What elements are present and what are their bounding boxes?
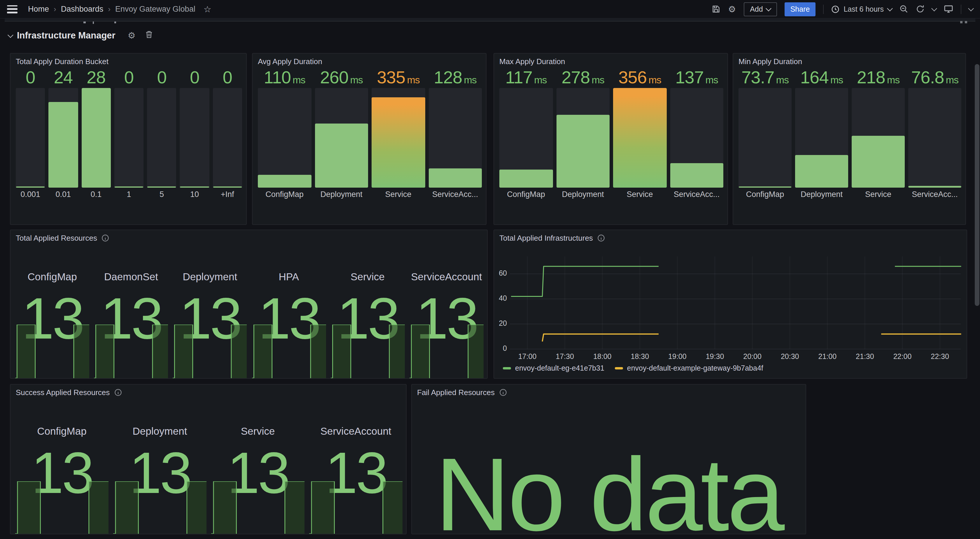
gauge-value: 110ms <box>258 68 311 87</box>
stat-label: Deployment <box>113 425 207 438</box>
gauge-fill <box>49 102 78 188</box>
legend-item[interactable]: envoy-default-eg-e41e7b31 <box>503 364 605 373</box>
save-dashboard-icon[interactable] <box>712 5 721 13</box>
gauge-fill <box>908 186 961 188</box>
gauge-track <box>213 88 242 188</box>
legend-item[interactable]: envoy-default-example-gateway-9b7aba4f <box>615 364 763 373</box>
stat-sparkline <box>173 325 247 378</box>
panel-min: Min Apply Duration73.7msConfigMap164msDe… <box>733 53 966 225</box>
gauge-fill <box>258 174 311 188</box>
refresh-icon[interactable] <box>916 5 924 13</box>
page-scrollbar[interactable] <box>975 64 979 306</box>
panel-drag-handle-icon[interactable] <box>960 21 967 23</box>
divider <box>961 4 961 14</box>
gauge-label: 0.1 <box>81 190 111 199</box>
gauge-track <box>795 88 848 188</box>
stat-label: ConfigMap <box>15 271 89 283</box>
gauge-label: Service <box>613 190 667 199</box>
gauge-bar-ConfigMap: 117msConfigMap <box>500 54 553 224</box>
breadcrumb-item-envoy-gateway-global[interactable]: Envoy Gateway Global <box>115 5 196 13</box>
add-button[interactable]: Add <box>743 2 777 16</box>
stat-label: ServiceAccount <box>409 271 484 283</box>
x-axis-tick: 22:30 <box>926 352 955 361</box>
y-axis-tick: 20 <box>489 319 507 328</box>
gauge-value: 0 <box>115 68 144 87</box>
gauge-fill <box>738 186 792 188</box>
gauge-fill <box>213 186 242 188</box>
breadcrumb-item-home[interactable]: Home <box>28 5 49 13</box>
gauge-track <box>500 88 553 188</box>
gauge-value: 164ms <box>795 68 848 87</box>
x-axis-tick: 19:30 <box>700 352 729 361</box>
collapse-row-icon[interactable] <box>8 32 13 38</box>
stat-sparkline <box>409 325 484 378</box>
gauge-label: Deployment <box>795 190 848 199</box>
stat-serviceaccount: ServiceAccount13 <box>309 385 402 534</box>
gauge-bar-Deployment: 260msDeployment <box>315 54 368 224</box>
refresh-interval-dropdown[interactable] <box>932 8 936 10</box>
star-icon[interactable]: ☆ <box>204 4 212 14</box>
dashboard-settings-icon[interactable]: ⚙ <box>728 4 736 14</box>
gauge-value: 28 <box>81 68 111 87</box>
gauge-bar-0.001: 00.001 <box>16 54 45 224</box>
tv-kiosk-icon[interactable] <box>944 5 953 13</box>
panel-total-applied-infrastructures: Total Applied Infrastructures020406017:0… <box>493 230 967 379</box>
gauge-label: 10 <box>180 190 209 199</box>
legend-series-name: envoy-default-example-gateway-9b7aba4f <box>627 364 763 373</box>
collapse-nav-chevron[interactable] <box>969 8 973 10</box>
share-button[interactable]: Share <box>784 2 816 16</box>
zoom-out-icon[interactable] <box>899 5 908 13</box>
legend-series-color <box>615 367 623 370</box>
gauge-value: 76.8ms <box>908 68 961 87</box>
row-delete-icon[interactable] <box>146 30 153 41</box>
gauge-bar-ConfigMap: 110msConfigMap <box>258 54 311 224</box>
gauge-value: 73.7ms <box>738 68 792 87</box>
gauge-label: ServiceAcc... <box>428 190 482 199</box>
stat-label: ServiceAccount <box>309 425 402 438</box>
grafana-dashboard: Home›Dashboards›Envoy Gateway Global ☆ ⚙… <box>0 0 980 539</box>
no-data-message: No data <box>412 435 806 539</box>
breadcrumb-item-dashboards[interactable]: Dashboards <box>61 5 103 13</box>
gauge-bar-Service: 218msService <box>852 54 905 224</box>
gauge-label: ConfigMap <box>500 190 553 199</box>
gauge-fill <box>115 186 144 188</box>
panel-avg: Avg Apply Duration110msConfigMap260msDep… <box>252 53 487 225</box>
gauge-track <box>180 88 209 188</box>
gauge-fill <box>556 115 609 188</box>
gauge-track <box>49 88 78 188</box>
cut-off-panel-fragment <box>5 19 975 22</box>
gauge-label: 0.01 <box>49 190 78 199</box>
gauge-value: 0 <box>147 68 177 87</box>
gauge-bar-1: 01 <box>115 54 144 224</box>
stat-sparkline <box>309 481 402 534</box>
stat-service: Service13 <box>331 230 404 378</box>
timeseries-plot[interactable]: 020406017:0017:3018:0018:3019:0019:3020:… <box>494 230 967 378</box>
gauge-fill <box>147 186 177 188</box>
panel-title[interactable]: Fail Applied Resources <box>417 388 495 397</box>
clock-icon <box>831 5 839 13</box>
gauge-fill <box>16 186 45 188</box>
stat-sparkline <box>15 481 108 534</box>
gauge-label: ConfigMap <box>258 190 311 199</box>
gauge-value: 0 <box>213 68 242 87</box>
row-title[interactable]: Infrastructure Manager <box>17 30 116 41</box>
gauge-label: Service <box>852 190 905 199</box>
gauge-value: 0 <box>180 68 209 87</box>
stat-label: ConfigMap <box>15 425 108 438</box>
gauge-label: Deployment <box>556 190 609 199</box>
info-icon[interactable] <box>500 388 507 396</box>
x-axis-tick: 21:00 <box>813 352 842 361</box>
gauge-value: 128ms <box>428 68 482 87</box>
breadcrumb-separator: › <box>108 5 111 13</box>
row-settings-icon[interactable]: ⚙ <box>128 30 135 41</box>
gauge-track <box>670 88 723 188</box>
stat-configmap: ConfigMap13 <box>15 385 108 534</box>
menu-icon[interactable] <box>7 5 18 13</box>
gauge-label: 0.001 <box>16 190 45 199</box>
gauge-track <box>908 88 961 188</box>
time-range-picker[interactable]: Last 6 hours <box>831 5 892 13</box>
gauge-track <box>613 88 667 188</box>
gauge-value: 356ms <box>613 68 667 87</box>
x-axis-tick: 17:00 <box>513 352 542 361</box>
gauge-track <box>115 88 144 188</box>
